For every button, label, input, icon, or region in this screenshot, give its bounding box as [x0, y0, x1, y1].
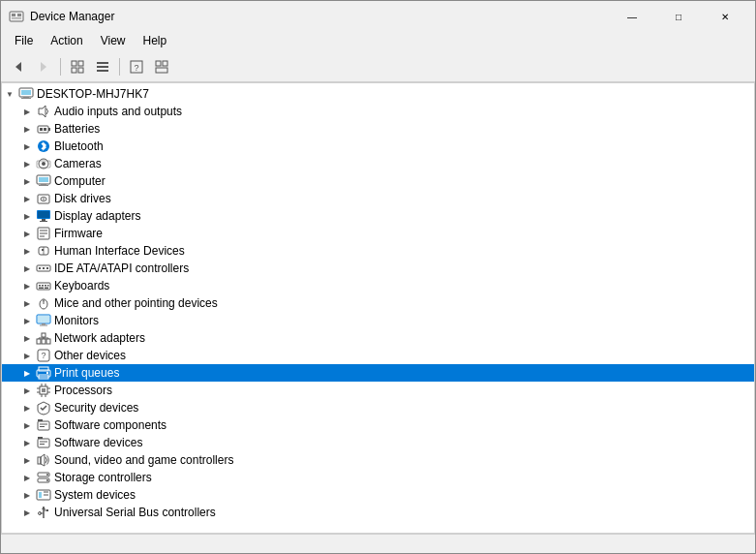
keyboards-expand-arrow[interactable] — [21, 280, 33, 292]
print-icon — [36, 365, 51, 381]
back-icon — [12, 60, 25, 74]
help-button[interactable]: ? — [125, 55, 148, 78]
svg-rect-69 — [46, 339, 50, 344]
tree-item-bluetooth[interactable]: Bluetooth — [2, 138, 754, 155]
firmware-expand-arrow[interactable] — [21, 228, 33, 239]
tree-item-cameras[interactable]: Cameras — [2, 155, 754, 172]
tree-item-computer[interactable]: Computer — [2, 172, 754, 190]
bluetooth-expand-arrow[interactable] — [21, 140, 33, 152]
tree-item-usb[interactable]: Universal Serial Bus controllers — [2, 504, 754, 521]
toolbar: ? — [1, 51, 755, 82]
display-label: Display adapters — [54, 209, 140, 223]
svg-rect-50 — [39, 267, 41, 269]
tree-item-firmware[interactable]: Firmware — [2, 225, 754, 242]
title-bar-controls: — □ ✕ — [610, 7, 747, 26]
tree-item-software-components[interactable]: Software components — [2, 416, 754, 434]
bluetooth-icon — [36, 138, 51, 154]
audio-label: Audio inputs and outputs — [54, 105, 182, 118]
tree-item-processors[interactable]: Processors — [2, 382, 754, 399]
audio-expand-arrow[interactable] — [21, 106, 33, 117]
tree-item-disk[interactable]: Disk drives — [2, 190, 754, 207]
tree-root-item[interactable]: DESKTOP-MHJ7HK7 — [2, 85, 754, 103]
tree-item-monitors[interactable]: Monitors — [2, 312, 754, 329]
tree-item-display[interactable]: Display adapters — [2, 207, 754, 225]
svg-rect-32 — [39, 177, 48, 182]
tree-item-security[interactable]: Security devices — [2, 399, 754, 416]
tree-item-audio[interactable]: Audio inputs and outputs — [2, 103, 754, 120]
content-area[interactable]: DESKTOP-MHJ7HK7 Audio inputs and outputs — [1, 82, 755, 534]
svg-rect-51 — [43, 267, 45, 269]
softdev-expand-arrow[interactable] — [21, 437, 33, 448]
other-expand-arrow[interactable] — [21, 350, 33, 361]
svg-rect-2 — [17, 14, 21, 16]
minimize-button[interactable]: — — [610, 7, 654, 26]
back-button[interactable] — [7, 55, 30, 78]
softcomp-expand-arrow[interactable] — [21, 419, 33, 431]
svg-marker-22 — [39, 106, 45, 117]
view-toggle-button[interactable] — [66, 55, 89, 78]
svg-rect-66 — [40, 325, 47, 326]
processors-expand-arrow[interactable] — [21, 385, 33, 396]
menu-help[interactable]: Help — [136, 32, 175, 49]
root-label: DESKTOP-MHJ7HK7 — [37, 87, 149, 101]
mice-icon — [36, 295, 51, 311]
list-view-button[interactable] — [91, 55, 114, 78]
tree-item-software-devices[interactable]: Software devices — [2, 434, 754, 451]
bluetooth-label: Bluetooth — [54, 139, 104, 153]
tree-item-other[interactable]: ? Other devices — [2, 347, 754, 364]
keyboards-icon — [36, 278, 51, 293]
tree-item-system[interactable]: System devices — [2, 486, 754, 504]
tree-item-hid[interactable]: Human Interface Devices — [2, 242, 754, 260]
close-button[interactable]: ✕ — [703, 7, 747, 26]
tree-item-sound[interactable]: Sound, video and game controllers — [2, 451, 754, 469]
menu-file[interactable]: File — [7, 32, 41, 49]
tree-item-batteries[interactable]: Batteries — [2, 120, 754, 138]
svg-rect-9 — [78, 68, 83, 73]
ide-expand-arrow[interactable] — [21, 262, 33, 274]
device-tree: DESKTOP-MHJ7HK7 Audio inputs and outputs — [2, 83, 754, 523]
properties-button[interactable] — [150, 55, 173, 78]
display-expand-arrow[interactable] — [21, 210, 33, 222]
system-expand-arrow[interactable] — [21, 489, 33, 501]
svg-rect-23 — [38, 126, 48, 133]
usb-expand-arrow[interactable] — [21, 507, 33, 518]
audio-icon — [36, 104, 51, 119]
title-bar: Device Manager — □ ✕ — [1, 1, 755, 30]
menu-action[interactable]: Action — [43, 32, 90, 49]
root-expand-arrow[interactable] — [4, 88, 15, 100]
sound-label: Sound, video and game controllers — [54, 453, 233, 467]
svg-rect-67 — [37, 339, 41, 344]
other-label: Other devices — [54, 349, 126, 362]
tree-item-mice[interactable]: Mice and other pointing devices — [2, 294, 754, 312]
computer-device-icon — [36, 173, 51, 189]
print-expand-arrow[interactable] — [21, 367, 33, 379]
tree-item-storage[interactable]: Storage controllers — [2, 469, 754, 486]
maximize-button[interactable]: □ — [656, 7, 701, 26]
svg-point-103 — [46, 474, 48, 476]
keyboards-label: Keyboards — [54, 279, 109, 292]
tree-item-ide[interactable]: IDE ATA/ATAPI controllers — [2, 260, 754, 277]
svg-rect-98 — [38, 437, 43, 439]
svg-rect-21 — [21, 98, 31, 99]
mice-expand-arrow[interactable] — [21, 297, 33, 309]
menu-bar: File Action View Help — [1, 30, 755, 51]
tree-item-network[interactable]: Network adapters — [2, 329, 754, 347]
monitors-expand-arrow[interactable] — [21, 315, 33, 326]
sound-expand-arrow[interactable] — [21, 454, 33, 466]
security-expand-arrow[interactable] — [21, 402, 33, 414]
computer-expand-arrow[interactable] — [21, 175, 33, 187]
tree-item-print[interactable]: Print queues — [2, 364, 754, 382]
root-computer-icon — [18, 86, 34, 102]
batteries-expand-arrow[interactable] — [21, 123, 33, 135]
menu-view[interactable]: View — [93, 32, 134, 49]
cameras-expand-arrow[interactable] — [21, 158, 33, 169]
svg-rect-10 — [97, 62, 108, 64]
network-expand-arrow[interactable] — [21, 332, 33, 344]
svg-rect-41 — [40, 221, 47, 222]
disk-expand-arrow[interactable] — [21, 193, 33, 204]
svg-rect-54 — [39, 285, 41, 287]
hid-expand-arrow[interactable] — [21, 245, 33, 257]
tree-item-keyboards[interactable]: Keyboards — [2, 277, 754, 294]
storage-expand-arrow[interactable] — [21, 472, 33, 483]
forward-button[interactable] — [32, 55, 55, 78]
